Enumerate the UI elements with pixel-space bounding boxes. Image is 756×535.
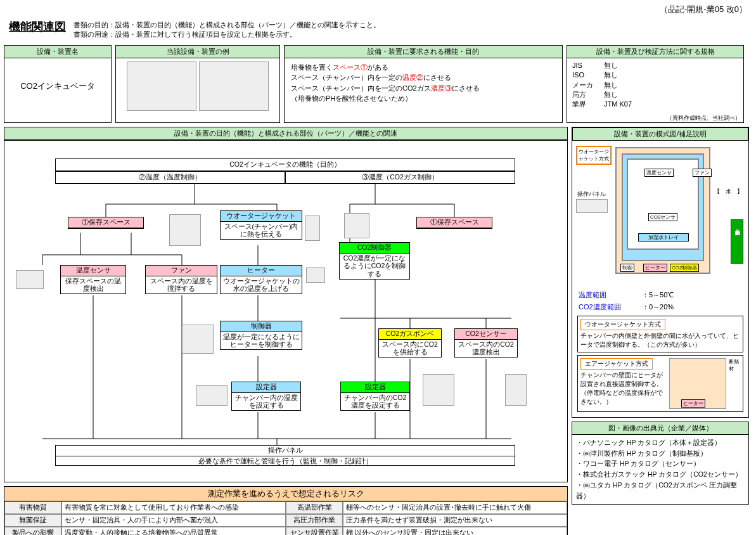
source-item-0: ・パナソニック HP カタログ（本体＋設定器） — [576, 437, 745, 448]
schematic-title: 設備・装置の模式図/補足説明 — [572, 127, 748, 141]
node-co2ctrl-body: CO2濃度が一定になるようにCO2を制御する — [340, 254, 409, 279]
node-fan-body: スペース内の温度を撹拌する — [146, 276, 217, 293]
risk-row-1-val-a: センサ・固定治具・人の手により内部へ菌が混入 — [61, 514, 286, 527]
risk-row-0-key-b: 高温部作業 — [286, 501, 343, 514]
method1-title: ウオータージャケット方式 — [580, 319, 665, 330]
risk-row-2-val-a: 温度変動・人的接触による培養物等への品質異常 — [61, 527, 286, 535]
image-controller — [182, 325, 214, 354]
node-tempsensor-body: 保存スペースの温度検出 — [61, 276, 125, 293]
schem-ctrl: 制御 — [620, 264, 634, 272]
schem-oppanel-img — [576, 199, 608, 213]
branch-co2: ③濃度（CO2ガス制御） — [285, 171, 515, 184]
node-setter-co2-title: 設定器 — [341, 382, 409, 393]
node-co2ctrl-title: CO2制御器 — [340, 243, 409, 254]
risk-title: 測定作業を進めるうえで想定されるリスク — [4, 487, 567, 501]
spec-temp-val: ：5～50℃ — [642, 290, 674, 300]
node-fan-title: ファン — [146, 266, 217, 276]
sources-title: 図・画像の出典元（企業／媒体） — [572, 422, 748, 435]
method2-title: エアージャケット方式 — [580, 358, 653, 370]
required-function-body: 培養物を置くスペース①がある スペース（チャンバー）内を一定の温度②にさせる ス… — [285, 58, 562, 114]
risk-row-0-key-a: 有害物質 — [4, 501, 61, 514]
image-heater — [306, 268, 325, 283]
sources-panel: 図・画像の出典元（企業／媒体） ・パナソニック HP カタログ（本体＋設定器） … — [572, 422, 749, 505]
spec-temp-key: 温度範囲 — [579, 290, 642, 300]
branch-temperature: ②温度（温度制御） — [55, 171, 285, 184]
purpose-line-2: 書類の用途：設備・装置に対して行う検証項目を設定した根拠を示す。 — [74, 30, 380, 39]
root-node: CO2インキュベータの機能（目的） — [55, 158, 515, 171]
schem-co2ctrl: CO2制御器 — [670, 264, 699, 272]
risk-row-0-val-b: 棚等へのセンサ・固定治具の設置･撤去時に手に触れて火傷 — [343, 501, 567, 514]
schem-water: 【 水 】 — [714, 188, 743, 196]
source-item-4: ・㈱ユタカ HP カタログ（CO2ガスボンベ 圧力調整器） — [576, 480, 745, 501]
risk-row-2-key-a: 製品への影響 — [4, 527, 61, 535]
method2-heater: ヒーター — [681, 399, 705, 408]
method2-diagram: ヒーター — [669, 358, 726, 409]
required-function-title: 設備・装置に要求される機能・目的 — [285, 46, 562, 58]
standards-body: JIS無し ISO無し メーカ無し 局方無し 業界JTM K07 — [567, 58, 743, 114]
node-setter-temp-title: 設定器 — [232, 382, 300, 393]
risk-table: 有害物質 有害物質を常に対象として使用しており作業者への感染 高温部作業 棚等へ… — [4, 501, 567, 535]
risk-row-1-key-b: 高圧力部作業 — [286, 514, 343, 527]
schem-tempsensor: 温度センサ — [644, 169, 674, 177]
node-controller-body: 温度が一定になるようにヒーターを制御する — [221, 332, 302, 349]
node-heater-body: ウオータージャケットの水の温度を上げる — [221, 276, 302, 293]
image-co2sensor — [505, 374, 527, 406]
node-waterjacket-title: ウオータージャケット — [221, 211, 302, 222]
standards-title: 設備・装置及び検証方法に関する規格 — [567, 46, 743, 58]
document-id: （品記-開規-業05 改0） — [4, 3, 752, 16]
label-waterjacket-method: ウオータージャケット方式 — [576, 146, 612, 165]
risk-row-1-val-b: 圧力条件を満たせず装置破損・測定が出来ない — [343, 514, 567, 527]
node-space-2: ①保存スペース — [417, 217, 492, 228]
spec-co2-val: ：0～20% — [642, 302, 674, 312]
source-item-2: ・ワコー電子 HP カタログ（センサー） — [576, 458, 745, 469]
risk-row-1-key-a: 無菌保証 — [4, 514, 61, 527]
node-oppanel-title: 操作パネル — [56, 446, 515, 456]
page-title: 機能関連図 — [4, 16, 71, 37]
equipment-name-title: 設備・装置名 — [4, 46, 111, 58]
equipment-name: CO2インキュベータ — [4, 58, 111, 114]
node-space-1: ①保存スペース — [68, 217, 143, 228]
purpose-line-1: 書類の目的：設備・装置の目的（機能）と構成される部位（パーツ）／機能との関連を示… — [74, 20, 380, 30]
image-co2ctrl — [344, 213, 369, 238]
node-heater-title: ヒーター — [221, 266, 302, 276]
schematic-panel: 設備・装置の模式図/補足説明 ウオータージャケット方式 温度センサ ファン CO… — [572, 127, 749, 418]
diagram-section-title: 設備・装置の目的（機能）と構成される部位（パーツ）／機能との関連 — [4, 127, 568, 140]
image-chamber — [169, 214, 201, 246]
schematic-drawing: ウオータージャケット方式 温度センサ ファン CO2センサ 加湿水トレイ 制御 … — [575, 143, 746, 289]
method-airjacket: エアージャケット方式 チャンバーの壁面にヒータが設置され直接温度制御する。（停電… — [577, 355, 743, 412]
equipment-photo-2 — [199, 61, 269, 111]
risk-row-0-val-a: 有害物質を常に対象として使用しており作業者への感染 — [61, 501, 286, 514]
risk-row-2-val-b: 棚 以外へのセンサ設置・固定は出来ない — [343, 527, 567, 535]
source-item-1: ・㈱津川製作所 HP カタログ（制御基板） — [576, 448, 745, 459]
source-item-3: ・株式会社ガステック HP カタログ（CO2センサー） — [576, 469, 745, 480]
schem-oppanel: 操作パネル — [577, 190, 606, 198]
schem-humidtray: 加湿水トレイ — [638, 233, 689, 242]
risk-row-2-key-b: センサ設置作業 — [286, 527, 343, 535]
node-setter-co2-body: チャンバー内のCO2濃度を設定する — [341, 393, 409, 410]
standards-panel: 設備・装置及び検証方法に関する規格 JIS無し ISO無し メーカ無し 局方無し… — [567, 45, 744, 123]
schem-heater: ヒーター — [643, 264, 667, 272]
spec-co2-key: CO2濃度範囲 — [579, 302, 642, 312]
required-function-panel: 設備・装置に要求される機能・目的 培養物を置くスペース①がある スペース（チャン… — [284, 45, 563, 123]
sources-body: ・パナソニック HP カタログ（本体＋設定器） ・㈱津川製作所 HP カタログ（… — [572, 435, 748, 504]
image-setter-temp — [196, 385, 227, 406]
equipment-photo-1 — [127, 61, 196, 111]
node-waterjacket-body: スペース(チャンバー)内に熱を伝える — [221, 222, 302, 239]
standards-note: （資料作成時点、当社調べ） — [567, 114, 743, 122]
method-waterjacket: ウオータージャケット方式 チャンバーの内側壁と外側壁の間に水が入っていて、ヒータ… — [577, 316, 743, 352]
image-tempsensor — [16, 270, 44, 289]
risk-section: 測定作業を進めるうえで想定されるリスク 有害物質 有害物質を常に対象として使用し… — [4, 486, 568, 535]
equipment-photo-panel: 当該設備・装置の例 — [115, 45, 280, 123]
method2-body: チャンバーの壁面にヒータが設置され直接温度制御する。（停電時などの温度保持ができ… — [580, 371, 663, 405]
node-co2bomb-title: CO2ガスボンベ — [379, 329, 441, 340]
schem-co2sensor: CO2センサ — [648, 213, 677, 221]
node-tempsensor-title: 温度センサ — [61, 266, 125, 276]
function-diagram: CO2インキュベータの機能（目的） ②温度（温度制御） ③濃度（CO2ガス制御）… — [4, 140, 568, 482]
node-setter-temp-body: チャンバー内の温度を設定する — [232, 393, 300, 410]
node-co2bomb-body: スペース内にCO2を供給する — [379, 340, 441, 357]
image-waterjacket — [305, 216, 320, 241]
method2-insul: 断熱材 — [729, 358, 740, 409]
image-co2bomb — [423, 374, 454, 406]
node-oppanel-body: 必要な条件で運転と管理を行う（監視・制御・記録計） — [56, 456, 515, 466]
equipment-name-panel: 設備・装置名 CO2インキュベータ — [4, 45, 112, 123]
